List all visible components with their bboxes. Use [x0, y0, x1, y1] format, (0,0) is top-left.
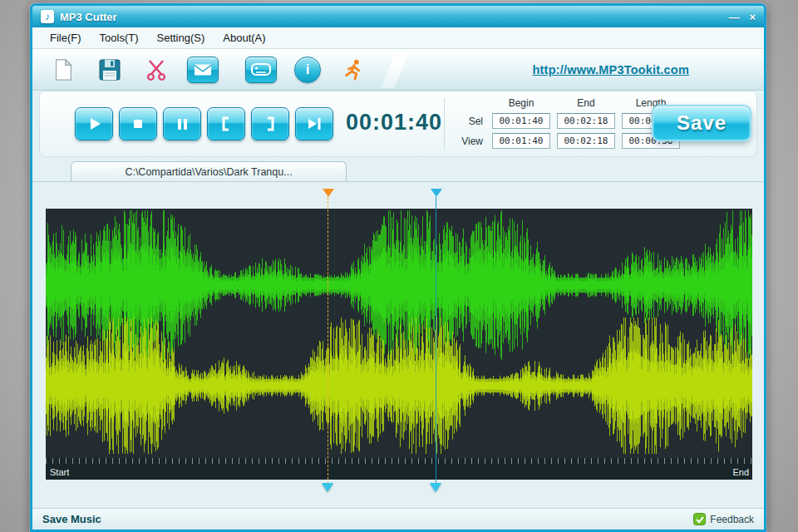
mail-icon — [191, 61, 214, 79]
timeline-start-label: Start — [50, 467, 69, 477]
play-button[interactable] — [75, 107, 113, 140]
info-button[interactable]: i — [290, 53, 325, 86]
cut-button[interactable] — [139, 53, 174, 86]
view-end-field[interactable]: 00:02:18 — [557, 133, 615, 149]
selection-end-marker[interactable] — [436, 197, 436, 488]
window-title: MP3 Cutter — [60, 11, 117, 23]
mark-begin-button[interactable] — [207, 107, 245, 140]
timeline-ruler: Start End — [46, 458, 752, 480]
app-icon: ♪ — [41, 10, 54, 23]
sel-end-field[interactable]: 00:02:18 — [557, 113, 615, 129]
play-selection-button[interactable] — [295, 107, 333, 140]
run-button[interactable] — [337, 53, 372, 86]
header-begin: Begin — [492, 97, 550, 109]
play-selection-icon — [304, 114, 324, 134]
new-file-icon — [51, 57, 76, 83]
feedback-link[interactable]: Feedback — [693, 513, 754, 525]
website-link[interactable]: http://www.MP3Tookit.com — [533, 63, 689, 76]
status-text: Save Music — [42, 513, 101, 525]
mark-begin-icon — [216, 114, 236, 134]
mail-tile — [187, 57, 219, 83]
save-button[interactable]: Save — [652, 105, 751, 141]
header-end: End — [557, 97, 615, 109]
menu-file[interactable]: File(F) — [42, 29, 89, 47]
view-begin-field[interactable]: 00:01:40 — [492, 133, 550, 149]
end-marker-flag-icon — [431, 189, 442, 197]
recorder-icon — [249, 59, 273, 81]
toolbar: i http://www.MP3Tookit.com — [32, 49, 764, 91]
recorder-tile — [245, 57, 277, 83]
save-file-button[interactable] — [92, 53, 127, 86]
toolbar-separator — [381, 52, 409, 88]
sel-begin-field[interactable]: 00:01:40 — [492, 113, 550, 129]
feedback-icon — [693, 513, 706, 525]
runner-icon — [342, 57, 367, 82]
scissors-icon — [144, 57, 169, 82]
row-label-sel: Sel — [454, 116, 485, 127]
controls-divider — [444, 98, 445, 150]
stop-icon — [128, 114, 148, 134]
new-file-button[interactable] — [46, 53, 81, 86]
tab-row: C:\Compartida\Varios\Dark Tranqu... — [32, 160, 764, 182]
selection-begin-marker[interactable] — [328, 197, 328, 488]
waveform-area[interactable] — [46, 209, 752, 458]
mail-button[interactable] — [185, 53, 220, 86]
timeline-end-label: End — [732, 467, 749, 477]
minimize-button[interactable]: — — [728, 11, 739, 23]
end-marker-handle-icon[interactable] — [430, 483, 441, 492]
begin-marker-flag-icon — [323, 189, 334, 197]
feedback-label: Feedback — [710, 514, 754, 525]
save-icon — [96, 57, 123, 83]
menu-setting[interactable]: Setting(S) — [150, 29, 213, 47]
menu-bar: File(F) Tools(T) Setting(S) About(A) — [32, 27, 764, 49]
pause-button[interactable] — [163, 107, 201, 140]
transport-controls — [75, 107, 333, 140]
row-label-view: View — [454, 135, 485, 147]
status-bar: Save Music Feedback — [32, 508, 764, 530]
begin-marker-handle-icon[interactable] — [322, 483, 333, 492]
time-display: 00:01:40 — [346, 110, 439, 135]
mark-end-icon — [260, 114, 280, 134]
close-button[interactable]: × — [749, 11, 756, 23]
pause-icon — [172, 114, 192, 134]
controls-panel: 00:01:40 Begin End Length Sel 00:01:40 0… — [39, 91, 757, 157]
recorder-button[interactable] — [244, 53, 278, 86]
menu-tools[interactable]: Tools(T) — [92, 29, 146, 47]
info-icon: i — [294, 57, 321, 83]
file-tab[interactable]: C:\Compartida\Varios\Dark Tranqu... — [71, 161, 347, 181]
app-window: ♪ MP3 Cutter — × File(F) Tools(T) Settin… — [30, 3, 766, 532]
stop-button[interactable] — [119, 107, 157, 140]
selection-table: Begin End Length Sel 00:01:40 00:02:18 0… — [454, 97, 680, 149]
waveform-canvas[interactable] — [46, 209, 752, 458]
title-bar: ♪ MP3 Cutter — × — [32, 6, 764, 27]
play-icon — [84, 114, 104, 134]
menu-about[interactable]: About(A) — [215, 29, 273, 47]
mark-end-button[interactable] — [251, 107, 289, 140]
